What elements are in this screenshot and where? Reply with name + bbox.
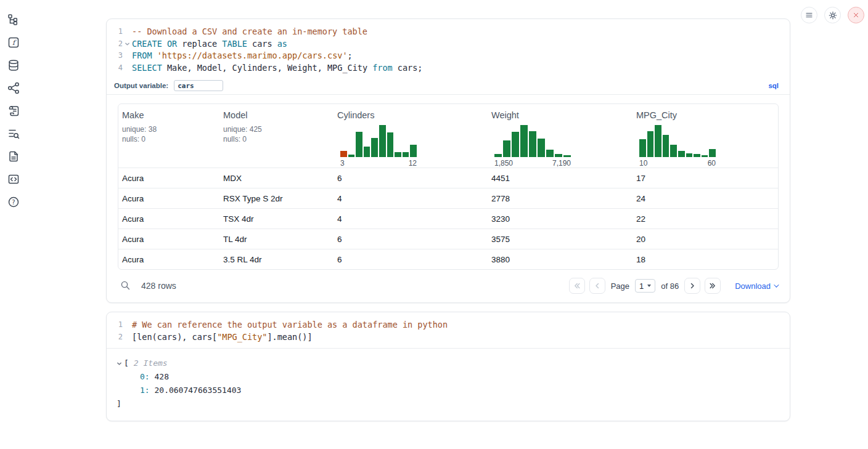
- column-label[interactable]: Cylinders: [337, 110, 484, 120]
- output-variable-input[interactable]: [174, 80, 223, 91]
- page-label: Page: [611, 281, 629, 291]
- row-count: 428 rows: [141, 281, 176, 291]
- last-page-button[interactable]: [705, 278, 721, 294]
- histogram-bar[interactable]: [364, 147, 371, 157]
- histogram-bar[interactable]: [387, 132, 394, 157]
- column-summary: 312: [337, 124, 484, 168]
- histogram-bar[interactable]: [694, 154, 700, 157]
- nulls-stat: nulls: 0: [223, 134, 330, 144]
- histogram-bar[interactable]: [663, 135, 669, 157]
- previous-page-button[interactable]: [589, 278, 605, 294]
- sql-cell: 1-- Download a CSV and create an in-memo…: [106, 18, 790, 303]
- collapse-caret-icon[interactable]: [117, 361, 124, 366]
- column-header-mpg_city: MPG_City1060: [633, 110, 778, 168]
- table-cell: Acura: [118, 255, 219, 264]
- table-row[interactable]: AcuraMDX6445117: [118, 168, 778, 188]
- table-cell: 4451: [488, 174, 633, 183]
- histogram-bar[interactable]: [340, 151, 347, 157]
- histogram-bar[interactable]: [494, 154, 502, 157]
- histogram: 312: [340, 125, 417, 168]
- code-token: "MPG_City": [217, 332, 267, 342]
- histogram-bar[interactable]: [379, 125, 386, 157]
- table-cell: TSX 4dr: [219, 214, 334, 224]
- histogram-bar[interactable]: [678, 151, 685, 157]
- data-table: Makeunique: 38nulls: 0Modelunique: 425nu…: [118, 103, 779, 270]
- column-label[interactable]: Model: [223, 110, 330, 120]
- histogram-bar[interactable]: [686, 153, 693, 157]
- menu-button[interactable]: [801, 7, 817, 23]
- download-button[interactable]: Download: [735, 281, 777, 291]
- logs-icon[interactable]: [7, 127, 20, 140]
- hist-max-label: 60: [708, 159, 716, 168]
- table-cell: TL 4dr: [219, 235, 334, 244]
- hist-min-label: 1,850: [494, 159, 513, 168]
- table-row[interactable]: AcuraRSX Type S 2dr4277824: [118, 188, 778, 208]
- histogram-bar[interactable]: [410, 145, 417, 157]
- histogram-bar[interactable]: [529, 131, 536, 157]
- table-footer: 428 rows Page 1 of 86: [118, 270, 779, 296]
- first-page-button[interactable]: [569, 278, 585, 294]
- histogram-bar[interactable]: [395, 152, 401, 157]
- sql-code-editor[interactable]: 1-- Download a CSV and create an in-memo…: [107, 19, 790, 74]
- histogram-bar[interactable]: [702, 155, 708, 157]
- next-page-button[interactable]: [684, 278, 700, 294]
- datasources-icon[interactable]: [7, 59, 20, 71]
- table-cell: Acura: [118, 214, 219, 224]
- histogram-bar[interactable]: [538, 139, 545, 157]
- line-number: 2: [107, 331, 123, 344]
- language-badge: sql: [768, 82, 779, 89]
- table-row[interactable]: AcuraTL 4dr6357520: [118, 229, 778, 249]
- histogram-bar[interactable]: [512, 132, 519, 157]
- column-label[interactable]: Weight: [491, 110, 629, 120]
- table-cell: 4: [334, 214, 488, 224]
- help-icon[interactable]: ?: [7, 196, 20, 208]
- histogram-bar[interactable]: [670, 145, 677, 157]
- histogram-bar[interactable]: [709, 149, 716, 157]
- file-explorer-icon[interactable]: [7, 14, 20, 26]
- snippets-icon[interactable]: [7, 173, 20, 185]
- code-token: ].mean()]: [267, 332, 312, 342]
- tree-root: [ 2 Items: [117, 357, 779, 370]
- column-label[interactable]: MPG_City: [636, 110, 774, 120]
- code-token: TABLE: [222, 39, 247, 49]
- table-cell: 3575: [488, 235, 633, 244]
- scratchpad-icon[interactable]: [7, 105, 20, 117]
- shutdown-button[interactable]: [848, 7, 864, 23]
- histogram-bar[interactable]: [647, 131, 654, 157]
- table-cell: 3880: [488, 255, 633, 264]
- code-line: 3FROM 'https://datasets.marimo.app/cars.…: [107, 50, 790, 62]
- documentation-icon[interactable]: [7, 150, 20, 163]
- histogram-bar[interactable]: [639, 139, 646, 157]
- search-icon[interactable]: [120, 280, 131, 291]
- sql-cell-output: Makeunique: 38nulls: 0Modelunique: 425nu…: [107, 95, 790, 302]
- table-cell: 3.5 RL 4dr: [219, 255, 334, 264]
- histogram-bar[interactable]: [403, 152, 409, 157]
- page-select[interactable]: 1: [635, 279, 655, 293]
- tree-entry-value: 428: [154, 372, 168, 381]
- variables-icon[interactable]: f: [7, 36, 20, 49]
- table-row[interactable]: Acura3.5 RL 4dr6388018: [118, 249, 778, 269]
- histogram-bar[interactable]: [520, 125, 528, 157]
- dependency-graph-icon[interactable]: [7, 82, 20, 94]
- pagination: Page 1 of 86 Download: [569, 278, 777, 294]
- histogram-bar[interactable]: [348, 155, 355, 157]
- tree-entry-value: 20.060747663551403: [154, 386, 241, 395]
- histogram-bar[interactable]: [503, 140, 510, 157]
- histogram-bar[interactable]: [563, 155, 571, 157]
- page-select-value: 1: [639, 281, 644, 291]
- fold-caret-icon[interactable]: [123, 38, 132, 51]
- histogram-bar[interactable]: [371, 138, 378, 157]
- histogram-bars: [494, 125, 571, 157]
- histogram-bar[interactable]: [555, 154, 562, 157]
- histogram-bar[interactable]: [655, 125, 661, 157]
- settings-gear-button[interactable]: [824, 7, 841, 23]
- code-token: Make, Model, Cylinders, Weight, MPG_City: [162, 63, 372, 73]
- histogram-bar[interactable]: [546, 150, 554, 157]
- sql-cell-meta-row: Output variable: sql: [107, 77, 790, 94]
- python-code-editor[interactable]: 1# We can reference the output variable …: [107, 312, 790, 348]
- table-row[interactable]: AcuraTSX 4dr4323022: [118, 208, 778, 229]
- table-cell: Acura: [118, 174, 219, 183]
- column-label[interactable]: Make: [122, 110, 216, 120]
- close-bracket: ]: [117, 397, 779, 411]
- histogram-bar[interactable]: [356, 132, 362, 157]
